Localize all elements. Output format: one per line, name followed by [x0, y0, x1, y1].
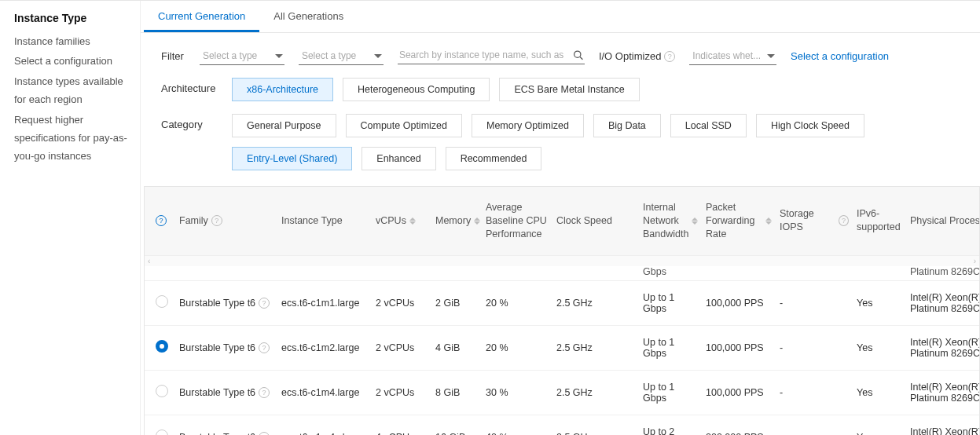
cell-ipv6: Yes — [857, 432, 910, 435]
sort-icon — [765, 217, 772, 225]
search-input[interactable] — [399, 49, 573, 60]
search-wrap — [398, 48, 585, 64]
cell-type: ecs.t6-c1m1.large — [281, 298, 376, 309]
svg-line-1 — [580, 57, 582, 59]
cell-vcpus: 2 vCPUs — [376, 342, 435, 353]
cell-clock: 2.5 GHz — [556, 298, 643, 309]
architecture-options: x86-ArchitectureHeterogeneous ComputingE… — [232, 78, 640, 101]
help-icon[interactable]: ? — [839, 215, 849, 226]
chevron-right-icon[interactable]: › — [974, 257, 976, 265]
cell-family: Burstable Type t6 ? — [179, 387, 281, 398]
cell-type: ecs.t6-c1m4.xlarge — [281, 432, 376, 435]
help-icon[interactable]: ? — [259, 387, 270, 398]
col-instance-type: Instance Type — [281, 214, 376, 228]
radio-select[interactable] — [156, 340, 168, 353]
horizontal-scrollbar[interactable]: ‹› — [145, 255, 979, 266]
category-option-recommended[interactable]: Recommended — [446, 147, 542, 170]
architecture-label: Architecture — [161, 78, 218, 94]
cell-memory: 16 GiB — [435, 432, 486, 435]
cell-vcpus: 2 vCPUs — [376, 387, 435, 398]
help-icon[interactable]: ? — [259, 342, 270, 353]
category-option-high-clock-speed[interactable]: High Clock Speed — [756, 114, 864, 137]
chevron-down-icon — [275, 54, 283, 58]
table-row[interactable]: Burstable Type t6 ?ecs.t6-c1m4.xlarge4 v… — [145, 415, 979, 435]
table-row[interactable]: Burstable Type t6 ?ecs.t6-c1m4.large2 vC… — [145, 371, 979, 415]
cell-bandwidth: Up to 2 Gbps — [643, 426, 706, 435]
search-icon — [573, 49, 583, 60]
filter-type-select-2[interactable]: Select a type — [299, 47, 384, 65]
io-optimized-select[interactable]: Indicates whet... — [689, 47, 776, 65]
sidebar-link-families[interactable]: Instance families — [14, 32, 130, 50]
table-body: Gbps Platinum 8269CY Burstable Type t6 ?… — [145, 266, 979, 435]
filter-row: Filter Select a type Select a type I/O O… — [141, 33, 980, 70]
category-option-big-data[interactable]: Big Data — [593, 114, 661, 137]
cell-pps: 100,000 PPS — [706, 342, 780, 353]
category-option-enhanced[interactable]: Enhanced — [362, 147, 435, 170]
cell-clock: 2.5 GHz — [556, 387, 643, 398]
sidebar-link-request-higher[interactable]: Request higher specifications for pay-as… — [14, 111, 130, 166]
cell-family: Burstable Type t6 ? — [179, 342, 281, 353]
help-icon[interactable]: ? — [211, 215, 222, 226]
table-row[interactable]: Burstable Type t6 ?ecs.t6-c1m2.large2 vC… — [145, 326, 979, 371]
architecture-row: Architecture x86-ArchitectureHeterogeneo… — [141, 70, 980, 106]
help-icon[interactable]: ? — [259, 432, 270, 435]
category-option-memory-optimized[interactable]: Memory Optimized — [472, 114, 584, 137]
col-vcpus[interactable]: vCPUs — [376, 214, 435, 228]
col-ipv6: IPv6-supported — [857, 207, 910, 234]
col-family: Family — [179, 214, 208, 228]
help-icon[interactable]: ? — [259, 298, 270, 309]
cell-family: Burstable Type t6 ? — [179, 298, 281, 309]
cell-ipv6: Yes — [857, 342, 910, 353]
select-configuration-link[interactable]: Select a configuration — [791, 50, 889, 62]
category-row: Category General PurposeCompute Optimize… — [141, 106, 980, 175]
category-label: Category — [161, 114, 218, 130]
cell-memory: 2 GiB — [435, 298, 486, 309]
radio-select[interactable] — [156, 295, 168, 308]
cell-processor: Intel(R) Xeon(R) Platinum 8269CY — [910, 337, 979, 359]
cell-vcpus: 4 vCPUs — [376, 432, 435, 435]
cell-bandwidth: Up to 1 Gbps — [643, 382, 706, 404]
col-processor: Physical Processor — [910, 214, 980, 228]
cell-family: Burstable Type t6 ? — [179, 432, 281, 435]
sort-icon — [409, 217, 416, 225]
sidebar-link-select-config[interactable]: Select a configuration — [14, 52, 130, 70]
col-memory[interactable]: Memory — [435, 214, 486, 228]
cell-pps: 200,000 PPS — [706, 432, 780, 435]
category-option-general-purpose[interactable]: General Purpose — [232, 114, 336, 137]
filter-label: Filter — [161, 50, 184, 62]
cell-pps: 100,000 PPS — [706, 298, 780, 309]
arch-option-x86-architecture[interactable]: x86-Architecture — [232, 78, 333, 101]
col-pps[interactable]: Packet Forwarding Rate — [706, 201, 780, 241]
cell-ipv6: Yes — [857, 387, 910, 398]
generation-tabs: Current Generation All Generations — [141, 1, 980, 33]
svg-point-0 — [574, 51, 580, 57]
help-icon[interactable]: ? — [156, 215, 167, 226]
io-optimized-placeholder: Indicates whet... — [692, 50, 761, 61]
filter-type-select-1[interactable]: Select a type — [200, 47, 284, 65]
sidebar-link-types-region[interactable]: Instance types available for each region — [14, 72, 130, 109]
cell-clock: 2.5 GHz — [556, 432, 643, 435]
sort-icon — [474, 217, 480, 225]
filter-type-2-placeholder: Select a type — [302, 50, 356, 61]
category-option-entry-level-shared-[interactable]: Entry-Level (Shared) — [232, 147, 352, 170]
category-option-local-ssd[interactable]: Local SSD — [670, 114, 747, 137]
arch-option-heterogeneous-computing[interactable]: Heterogeneous Computing — [343, 78, 490, 101]
chevron-left-icon[interactable]: ‹ — [148, 257, 150, 265]
cell-iops: - — [780, 298, 857, 309]
tab-all-generations[interactable]: All Generations — [259, 1, 358, 32]
cell-baseline: 20 % — [486, 298, 556, 309]
help-icon[interactable]: ? — [664, 51, 675, 62]
radio-select[interactable] — [156, 430, 168, 435]
table-row-partial: Gbps Platinum 8269CY — [145, 266, 979, 281]
radio-select[interactable] — [156, 385, 168, 397]
col-bandwidth[interactable]: Internal Network Bandwidth — [643, 201, 706, 241]
cell-iops: - — [780, 342, 857, 353]
sidebar-title: Instance Type — [14, 12, 130, 24]
tab-current-generation[interactable]: Current Generation — [144, 1, 259, 32]
arch-option-ecs-bare-metal-instance[interactable]: ECS Bare Metal Instance — [499, 78, 639, 101]
table-row[interactable]: Burstable Type t6 ?ecs.t6-c1m1.large2 vC… — [145, 281, 979, 326]
category-option-compute-optimized[interactable]: Compute Optimized — [346, 114, 462, 137]
cell-iops: - — [780, 387, 857, 398]
cell-type: ecs.t6-c1m2.large — [281, 342, 376, 353]
cell-bandwidth: Up to 1 Gbps — [643, 337, 706, 359]
